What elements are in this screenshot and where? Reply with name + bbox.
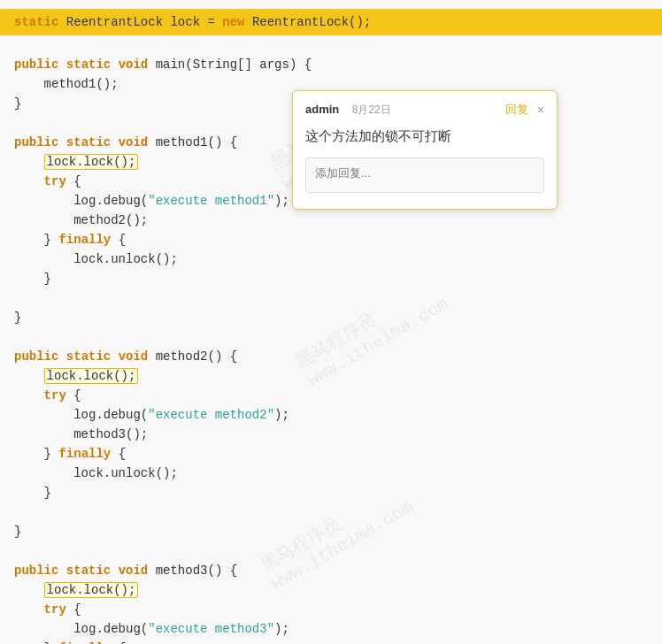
code-line-method3start: public static void method3() { [0,561,662,580]
code-line-blank3 [0,327,662,347]
popup-reply-button[interactable]: 回复 [505,102,528,118]
popup-close-button[interactable]: × [537,104,544,116]
code-line-finally3: } finally { [0,639,662,644]
code-line-main: public static void main(String[] args) { [0,55,662,74]
code-line-blank-inner1 [0,288,662,308]
code-line-lock3: lock.lock(); [0,580,662,600]
code-line-lock2: lock.lock(); [0,366,662,386]
code-line-method2start: public static void method2() { [0,347,662,366]
popup-input[interactable] [305,157,544,193]
popup-user-info: admin 8月22日 [305,103,391,118]
popup-content: 这个方法加的锁不可打断 [305,126,544,147]
code-line-log3: log.debug("execute method3"); [0,619,662,639]
code-area: 黑马程序员www.itheima.com 黑马程序员www.itheima.co… [0,0,662,644]
code-line-closefin1: } [0,269,662,288]
popup-header: admin 8月22日 回复 × [305,102,544,118]
code-line-call3: method3(); [0,425,662,444]
popup-actions[interactable]: 回复 × [505,102,544,118]
code-line-call2: method2(); [0,211,662,230]
popup-username: admin [305,103,339,116]
code-line-finally2: } finally { [0,444,662,464]
code-line-unlock2: lock.unlock(); [0,464,662,483]
code-line-blank4 [0,541,662,561]
code-line-closefin2: } [0,483,662,502]
code-line-log2: log.debug("execute method2"); [0,405,662,425]
code-line-try3: try { [0,600,662,619]
popup-date: 8月22日 [352,104,391,116]
code-line-closem2: } [0,522,662,541]
code-line-blank-inner2 [0,502,662,522]
code-line-static: static ReentrantLock lock = new Reentran… [0,9,662,35]
code-line-blank [0,35,662,55]
comment-popup: admin 8月22日 回复 × 这个方法加的锁不可打断 [292,90,558,210]
code-line-unlock1: lock.unlock(); [0,249,662,269]
code-line-finally1: } finally { [0,230,662,249]
code-line-closem1: } [0,308,662,327]
code-line-try2: try { [0,386,662,405]
